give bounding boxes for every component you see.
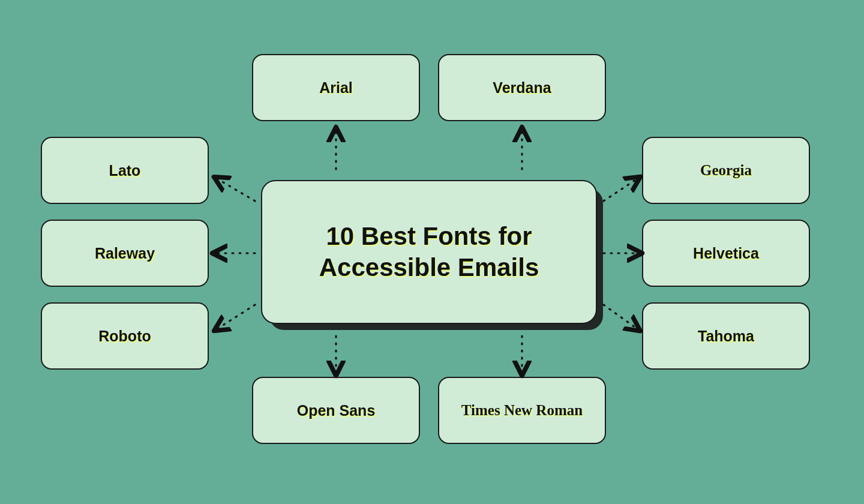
font-box-lato: Lato <box>41 137 209 204</box>
center-title: 10 Best Fonts for Accessible Emails <box>286 221 572 284</box>
font-box-verdana: Verdana <box>438 54 606 121</box>
font-box-roboto: Roboto <box>41 302 209 370</box>
font-label: Tahoma <box>698 327 754 345</box>
font-label: Roboto <box>98 327 151 345</box>
font-label: Lato <box>109 161 141 179</box>
font-box-helvetica: Helvetica <box>642 220 810 287</box>
font-box-raleway: Raleway <box>41 220 209 287</box>
font-label: Helvetica <box>693 244 759 262</box>
font-label: Arial <box>319 79 353 97</box>
font-box-arial: Arial <box>252 54 420 121</box>
center-title-box: 10 Best Fonts for Accessible Emails <box>261 180 597 324</box>
font-label: Georgia <box>700 161 752 179</box>
font-box-times: Times New Roman <box>438 377 606 444</box>
font-box-opensans: Open Sans <box>252 377 420 444</box>
font-box-georgia: Georgia <box>642 137 810 204</box>
font-label: Raleway <box>95 244 155 262</box>
arrow-to-lato <box>217 179 255 201</box>
arrow-to-georgia <box>604 179 637 201</box>
font-label: Times New Roman <box>461 401 583 419</box>
font-label: Verdana <box>493 79 551 97</box>
font-label: Open Sans <box>297 401 376 419</box>
font-box-tahoma: Tahoma <box>642 302 810 370</box>
arrow-to-roboto <box>217 305 255 329</box>
arrow-to-tahoma <box>604 305 637 329</box>
